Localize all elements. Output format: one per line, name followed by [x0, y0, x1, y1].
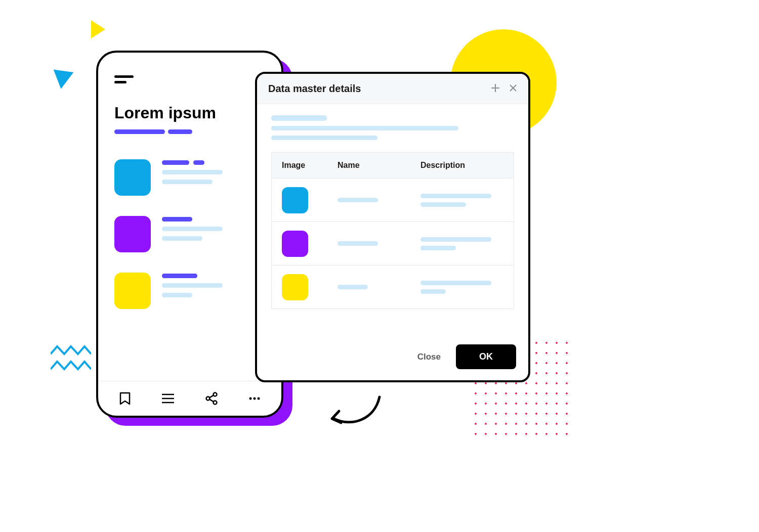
- column-image: Image: [282, 161, 338, 170]
- svg-line-6: [209, 395, 214, 398]
- cell-placeholder: [420, 194, 503, 207]
- close-button[interactable]: Close: [406, 346, 452, 368]
- list-icon[interactable]: [161, 391, 175, 406]
- table-row[interactable]: [272, 178, 514, 221]
- decoration-curved-arrow: [324, 394, 385, 437]
- row-thumbnail: [282, 187, 308, 213]
- item-text-placeholder: [162, 216, 223, 241]
- list-item[interactable]: [114, 159, 265, 196]
- list-item[interactable]: [114, 216, 265, 252]
- more-icon[interactable]: [247, 391, 262, 406]
- bookmark-icon[interactable]: [118, 391, 132, 406]
- phone-tabbar: [98, 381, 281, 416]
- svg-point-4: [206, 397, 209, 401]
- cell-placeholder: [420, 237, 503, 250]
- dialog-title: Data master details: [268, 83, 361, 95]
- decoration-triangle-blue: [51, 69, 74, 90]
- table-row[interactable]: [272, 221, 514, 265]
- data-table: Image Name Description: [271, 152, 514, 309]
- row-thumbnail: [282, 231, 308, 257]
- table-row[interactable]: [272, 265, 514, 308]
- dialog-header: Data master details: [257, 74, 528, 104]
- svg-point-3: [213, 393, 217, 396]
- item-thumbnail: [114, 216, 151, 252]
- phone-list: [98, 134, 281, 381]
- list-item[interactable]: [114, 273, 265, 309]
- svg-point-9: [254, 397, 256, 400]
- svg-point-5: [213, 401, 217, 405]
- svg-point-8: [249, 397, 252, 400]
- title-underline: [114, 129, 265, 134]
- menu-icon[interactable]: [114, 75, 134, 83]
- item-thumbnail: [114, 273, 151, 309]
- table-header: Image Name Description: [272, 153, 514, 178]
- item-text-placeholder: [162, 273, 223, 297]
- cell-placeholder: [420, 281, 503, 294]
- decoration-zigzag: [51, 344, 91, 380]
- ok-button[interactable]: OK: [456, 344, 516, 369]
- cell-placeholder: [338, 285, 368, 289]
- add-icon[interactable]: [491, 83, 500, 94]
- close-icon[interactable]: [509, 83, 517, 94]
- item-text-placeholder: [162, 159, 223, 184]
- cell-placeholder: [338, 198, 378, 202]
- row-thumbnail: [282, 274, 308, 300]
- page-title: Lorem ipsum: [114, 104, 265, 122]
- decoration-triangle-yellow: [91, 20, 105, 38]
- data-master-details-dialog: Data master details Image Name: [255, 72, 530, 382]
- column-description: Description: [420, 161, 503, 170]
- cell-placeholder: [338, 241, 378, 246]
- dialog-description-placeholder: [271, 115, 514, 145]
- share-icon[interactable]: [204, 391, 219, 406]
- svg-point-10: [258, 397, 260, 400]
- item-thumbnail: [114, 159, 151, 196]
- dialog-footer: Close OK: [257, 336, 528, 380]
- column-name: Name: [338, 161, 420, 170]
- svg-line-7: [209, 400, 214, 402]
